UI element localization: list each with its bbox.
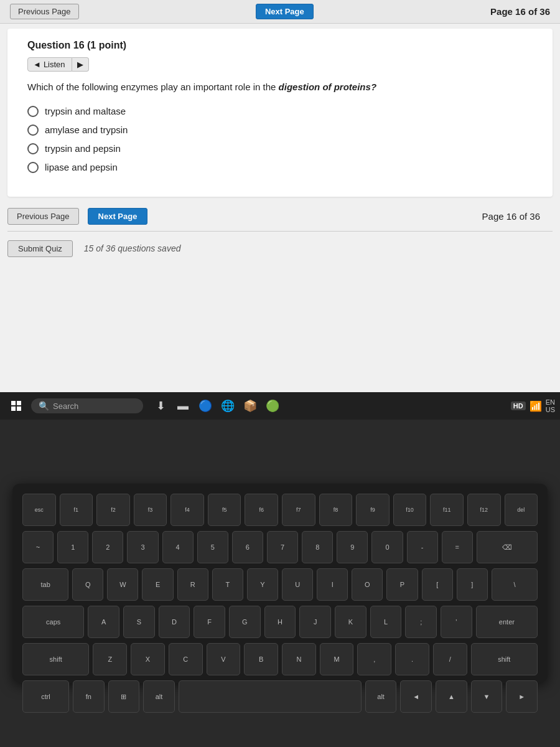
key-comma[interactable]: , bbox=[357, 643, 391, 675]
key-space[interactable] bbox=[179, 680, 362, 713]
key-u[interactable]: U bbox=[282, 568, 313, 601]
key-rbracket[interactable]: ] bbox=[457, 568, 488, 601]
key-0[interactable]: 0 bbox=[371, 531, 403, 563]
key-backslash[interactable]: \ bbox=[492, 568, 538, 601]
taskbar-app-icon-1[interactable]: ⬇ bbox=[152, 397, 169, 415]
key-t[interactable]: T bbox=[212, 568, 243, 601]
key-m[interactable]: M bbox=[320, 643, 354, 675]
listen-play-button[interactable]: ▶ bbox=[72, 57, 89, 72]
key-minus[interactable]: - bbox=[407, 531, 438, 563]
option-radio-4[interactable] bbox=[27, 162, 39, 173]
key-b[interactable]: B bbox=[244, 643, 278, 675]
key-ctrl-left[interactable]: ctrl bbox=[22, 680, 69, 713]
key-f6[interactable]: f6 bbox=[245, 494, 278, 526]
taskbar-app-icon-2[interactable]: ▬ bbox=[174, 397, 192, 415]
key-alt-left[interactable]: alt bbox=[143, 680, 175, 713]
key-p[interactable]: P bbox=[386, 568, 418, 601]
taskbar-app-icon-3[interactable]: 🔵 bbox=[197, 397, 214, 415]
key-o[interactable]: O bbox=[352, 568, 383, 601]
key-win[interactable]: ⊞ bbox=[108, 680, 140, 713]
option-radio-1[interactable] bbox=[27, 106, 39, 117]
option-item[interactable]: trypsin and maltase bbox=[27, 106, 533, 117]
key-a[interactable]: A bbox=[88, 606, 119, 638]
key-quote[interactable]: ' bbox=[441, 606, 472, 638]
key-f11[interactable]: f11 bbox=[430, 494, 464, 526]
option-item[interactable]: lipase and pepsin bbox=[27, 162, 533, 173]
previous-page-button-bottom[interactable]: Previous Page bbox=[7, 208, 79, 225]
key-shift-right[interactable]: shift bbox=[471, 643, 538, 675]
key-esc[interactable]: esc bbox=[22, 494, 56, 526]
key-3[interactable]: 3 bbox=[127, 531, 158, 563]
key-caps[interactable]: caps bbox=[22, 606, 84, 638]
key-tab[interactable]: tab bbox=[22, 568, 68, 601]
key-f4[interactable]: f4 bbox=[170, 494, 204, 526]
key-arrow-right[interactable]: ► bbox=[506, 680, 538, 713]
taskbar-app-icon-5[interactable]: 📦 bbox=[241, 397, 259, 415]
key-f1[interactable]: f1 bbox=[60, 494, 93, 526]
key-2[interactable]: 2 bbox=[92, 531, 123, 563]
key-f7[interactable]: f7 bbox=[282, 494, 315, 526]
key-z[interactable]: Z bbox=[93, 643, 127, 675]
submit-quiz-button[interactable]: Submit Quiz bbox=[7, 240, 73, 257]
key-f8[interactable]: f8 bbox=[319, 494, 353, 526]
key-arrow-up[interactable]: ▲ bbox=[436, 680, 467, 713]
option-item[interactable]: amylase and trypsin bbox=[27, 125, 533, 136]
key-period[interactable]: . bbox=[395, 643, 429, 675]
key-i[interactable]: I bbox=[317, 568, 348, 601]
key-d[interactable]: D bbox=[159, 606, 190, 638]
key-f10[interactable]: f10 bbox=[393, 494, 427, 526]
key-5[interactable]: 5 bbox=[197, 531, 228, 563]
key-del[interactable]: del bbox=[505, 494, 538, 526]
key-f3[interactable]: f3 bbox=[134, 494, 167, 526]
key-equals[interactable]: = bbox=[442, 531, 473, 563]
key-arrow-left[interactable]: ◄ bbox=[400, 680, 432, 713]
key-x[interactable]: X bbox=[131, 643, 165, 675]
key-semicolon[interactable]: ; bbox=[405, 606, 437, 638]
key-v[interactable]: V bbox=[207, 643, 241, 675]
key-f5[interactable]: f5 bbox=[208, 494, 241, 526]
key-l[interactable]: L bbox=[370, 606, 402, 638]
key-f9[interactable]: f9 bbox=[356, 494, 390, 526]
key-w[interactable]: W bbox=[107, 568, 138, 601]
key-k[interactable]: K bbox=[335, 606, 366, 638]
key-9[interactable]: 9 bbox=[337, 531, 368, 563]
key-f12[interactable]: f12 bbox=[467, 494, 501, 526]
key-7[interactable]: 7 bbox=[267, 531, 298, 563]
key-lbracket[interactable]: [ bbox=[422, 568, 453, 601]
key-6[interactable]: 6 bbox=[232, 531, 263, 563]
key-h[interactable]: H bbox=[264, 606, 296, 638]
key-c[interactable]: C bbox=[169, 643, 203, 675]
key-q[interactable]: Q bbox=[72, 568, 103, 601]
previous-page-button-top[interactable]: Previous Page bbox=[10, 4, 79, 19]
key-j[interactable]: J bbox=[299, 606, 331, 638]
key-tilde[interactable]: ~ bbox=[22, 531, 54, 563]
key-alt-right[interactable]: alt bbox=[365, 680, 397, 713]
key-backspace[interactable]: ⌫ bbox=[477, 531, 538, 563]
key-n[interactable]: N bbox=[282, 643, 316, 675]
taskbar-app-icon-6[interactable]: 🟢 bbox=[264, 397, 281, 415]
key-1[interactable]: 1 bbox=[57, 531, 88, 563]
key-r[interactable]: R bbox=[177, 568, 208, 601]
key-enter[interactable]: enter bbox=[476, 606, 538, 638]
key-y[interactable]: Y bbox=[247, 568, 278, 601]
option-radio-3[interactable] bbox=[27, 143, 39, 154]
key-g[interactable]: G bbox=[229, 606, 261, 638]
key-slash[interactable]: / bbox=[433, 643, 467, 675]
start-button[interactable] bbox=[5, 395, 27, 417]
key-fn-bottom[interactable]: fn bbox=[73, 680, 105, 713]
key-4[interactable]: 4 bbox=[162, 531, 194, 563]
next-page-button-top[interactable]: Next Page bbox=[256, 4, 314, 19]
next-page-button-bottom[interactable]: Next Page bbox=[88, 208, 148, 225]
key-s[interactable]: S bbox=[123, 606, 155, 638]
option-item[interactable]: trypsin and pepsin bbox=[27, 143, 533, 154]
option-radio-2[interactable] bbox=[27, 125, 39, 136]
key-shift-left[interactable]: shift bbox=[22, 643, 89, 675]
taskbar-app-icon-4[interactable]: 🌐 bbox=[219, 397, 236, 415]
key-e[interactable]: E bbox=[142, 568, 173, 601]
key-f2[interactable]: f2 bbox=[96, 494, 130, 526]
key-f[interactable]: F bbox=[194, 606, 225, 638]
taskbar-search[interactable]: 🔍 Search bbox=[31, 398, 143, 413]
key-arrow-down[interactable]: ▼ bbox=[471, 680, 503, 713]
listen-button[interactable]: ◄ Listen bbox=[27, 57, 72, 72]
key-8[interactable]: 8 bbox=[302, 531, 333, 563]
